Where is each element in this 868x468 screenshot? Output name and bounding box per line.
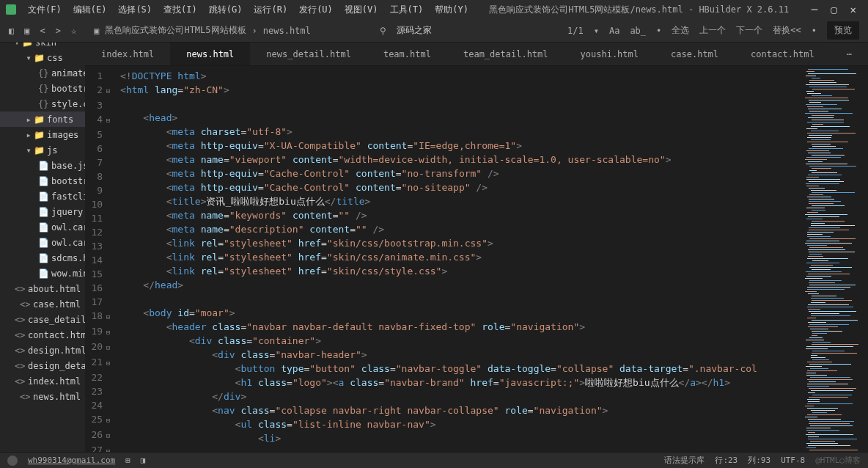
minimap[interactable] (802, 66, 868, 452)
tree-row[interactable]: <>contact.html (0, 327, 85, 343)
save-icon[interactable]: ▣ (24, 26, 29, 36)
maximize-icon[interactable]: ▢ (831, 4, 836, 15)
breadcrumb-item[interactable]: news.html (263, 26, 311, 36)
file-icon: 📁 (34, 145, 44, 156)
encoding[interactable]: UTF-8 (781, 456, 805, 465)
file-icon: <> (15, 315, 25, 325)
file-name: fastclick.mi... (51, 191, 85, 202)
more-tabs-icon[interactable]: ⋯ (831, 43, 868, 65)
tree-row[interactable]: ▸📁fonts (0, 111, 85, 127)
menu-item[interactable]: 运行(R) (249, 2, 292, 18)
tree-row[interactable]: <>case_detail.html (0, 312, 85, 327)
tab[interactable]: team_detail.html (447, 43, 564, 65)
tree-row[interactable]: 📄owl.carous... (0, 235, 85, 250)
tab[interactable]: case.html (655, 43, 735, 65)
regex-dot-icon[interactable]: • (812, 26, 817, 36)
star-icon[interactable]: ☆ (71, 26, 76, 36)
prev-button[interactable]: 上一个 (699, 24, 726, 37)
user-avatar-icon[interactable] (7, 456, 18, 466)
breadcrumb-item[interactable]: 黑色响应式装饰公司HTML5网站模板 (105, 24, 246, 37)
search-icon[interactable]: ⚲ (380, 26, 386, 36)
tree-row[interactable]: <>index.html (0, 373, 85, 389)
file-name: js (47, 145, 57, 156)
regex-icon[interactable]: • (656, 26, 661, 36)
file-icon: 📄 (38, 222, 48, 233)
tree-row[interactable]: <>case.html (0, 296, 85, 312)
tree-row[interactable]: 📄wow.min.js (0, 266, 85, 281)
tab[interactable]: team.html (367, 43, 447, 65)
tab[interactable]: news_detail.html (250, 43, 367, 65)
app-root: 文件(F)编辑(E)选择(S)查找(I)跳转(G)运行(R)发行(U)视图(V)… (0, 0, 868, 468)
tree-row[interactable]: {}bootstrap.... (0, 81, 85, 96)
tab[interactable]: contact.html (735, 43, 831, 65)
breadcrumb: ▣ 黑色响应式装饰公司HTML5网站模板 › news.html (94, 24, 311, 37)
file-name: bootstrap.... (51, 84, 85, 94)
down-icon[interactable]: ▾ (594, 26, 599, 36)
grid-icon[interactable]: ⊞ (125, 456, 130, 465)
menu-item[interactable]: 文件(F) (23, 2, 66, 18)
tabs: index.htmlnews.htmlnews_detail.htmlteam.… (85, 43, 868, 66)
menu-item[interactable]: 工具(T) (386, 2, 428, 18)
close-icon[interactable]: ✕ (850, 4, 856, 15)
menu-item[interactable]: 编辑(E) (69, 2, 111, 18)
tree-row[interactable]: 📄jquery.min.js (0, 204, 85, 219)
syntax-library[interactable]: 语法提示库 (664, 455, 705, 466)
tab[interactable]: index.html (85, 43, 170, 65)
replace-button[interactable]: 替换<< (773, 24, 801, 37)
tree-row[interactable]: 📄owl.carous... (0, 219, 85, 235)
nav-back-icon[interactable]: < (40, 26, 45, 36)
tree-row[interactable]: <>design.html (0, 343, 85, 358)
user-email[interactable]: wh990314@gmail.com (28, 456, 115, 465)
tree-row[interactable]: {}style.css (0, 96, 85, 111)
file-icon: 📄 (38, 191, 48, 202)
select-all-button[interactable]: 全选 (672, 24, 689, 37)
file-icon: <> (20, 392, 30, 402)
tab[interactable]: news.html (170, 43, 250, 65)
word-icon[interactable]: ab̲ (630, 26, 646, 36)
menu-item[interactable]: 发行(U) (295, 2, 337, 18)
file-name: owl.carous... (51, 222, 85, 233)
case-icon[interactable]: Aa (609, 26, 619, 36)
tree-row[interactable]: 📄base.js (0, 158, 85, 173)
menu-item[interactable]: 跳转(G) (205, 2, 247, 18)
tree-row[interactable]: ▾📁css (0, 50, 85, 65)
menu-item[interactable]: 查找(I) (159, 2, 202, 18)
chevron-icon: ▾ (13, 43, 21, 48)
source-house-link[interactable]: 源码之家 (397, 24, 432, 37)
next-button[interactable]: 下一个 (736, 24, 762, 37)
explorer-toggle-icon[interactable]: ◧ (9, 26, 14, 36)
tree-row[interactable]: <>news.html (0, 389, 85, 404)
file-name: news.html (33, 392, 81, 402)
tree-row[interactable]: 📄bootstrap.... (0, 173, 85, 189)
tree-row[interactable]: <>design_detail.html (0, 358, 85, 373)
tree-row[interactable]: {}animate.mi... (0, 65, 85, 81)
file-icon: <> (20, 299, 30, 310)
tree-row[interactable]: ▾📁js (0, 142, 85, 158)
file-name: sdcms.hits.js (51, 253, 85, 263)
menu-item[interactable]: 选择(S) (114, 2, 156, 18)
menu-item[interactable]: 帮助(Y) (430, 2, 473, 18)
line-gutter: 12⊟34⊟56789101112131415161718⊟19⊟20⊟21⊟2… (85, 66, 114, 452)
chevron-icon: ▸ (25, 130, 32, 140)
minimize-icon[interactable]: ─ (812, 4, 817, 15)
tree-row[interactable]: 📄sdcms.hits.js (0, 250, 85, 266)
tab[interactable]: youshi.html (564, 43, 655, 65)
chevron-icon: ▸ (25, 114, 32, 125)
code-area[interactable]: <!DOCTYPE html><html lang="zh-CN"> <head… (114, 66, 802, 452)
tree-row[interactable]: ▸📁images (0, 127, 85, 142)
terminal-icon[interactable]: ◨ (141, 456, 146, 465)
file-name: images (47, 130, 78, 140)
nav-forward-icon[interactable]: > (56, 26, 61, 36)
menu-item[interactable]: 视图(V) (340, 2, 383, 18)
tree-row[interactable]: <>about.html (0, 281, 85, 296)
file-name: style.css (51, 99, 85, 109)
file-name: case_detail.html (28, 315, 85, 325)
tree-row[interactable]: 📄fastclick.mi... (0, 189, 85, 204)
tree-row[interactable]: ▾📁skin (0, 43, 85, 50)
window-title: 黑色响应式装饰公司HTML5网站模板/news.html - HBuilder … (476, 4, 803, 16)
editor[interactable]: 12⊟34⊟56789101112131415161718⊟19⊟20⊟21⊟2… (85, 66, 868, 452)
sidebar: ▾ ▣ 黑色响应式装饰公司HT... ▾📁skin▾📁css{}animate.… (0, 43, 85, 452)
preview-button[interactable]: 预览 (827, 21, 859, 40)
file-name: owl.carous... (51, 238, 85, 248)
file-icon: 📄 (38, 161, 48, 171)
